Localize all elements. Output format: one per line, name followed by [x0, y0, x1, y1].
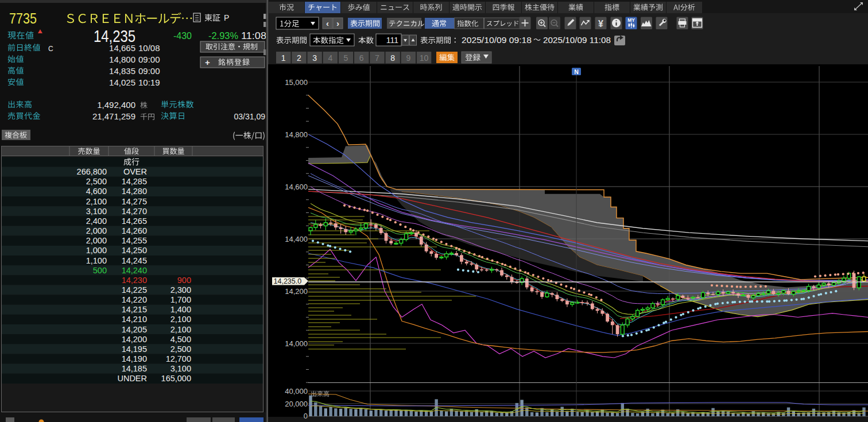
svg-text:1,400: 1,400 — [170, 305, 191, 314]
svg-text:2025/10/09 11:08: 2025/10/09 11:08 — [543, 36, 611, 45]
svg-text:10:19: 10:19 — [138, 78, 160, 87]
svg-text:1: 1 — [281, 53, 286, 63]
svg-text:14,275: 14,275 — [122, 197, 147, 206]
svg-text:3,100: 3,100 — [170, 364, 191, 373]
svg-text:14,210: 14,210 — [122, 315, 147, 324]
svg-text:14,230: 14,230 — [122, 276, 147, 285]
svg-text:9: 9 — [406, 53, 410, 63]
svg-text:14,200: 14,200 — [122, 335, 147, 344]
svg-text:14,220: 14,220 — [122, 295, 147, 304]
svg-text:11:08: 11:08 — [241, 30, 266, 41]
svg-text:14,835: 14,835 — [109, 66, 135, 76]
svg-text:4,500: 4,500 — [170, 335, 191, 344]
svg-text:14,400: 14,400 — [285, 235, 308, 243]
svg-text:P: P — [224, 13, 229, 22]
svg-text:2,100: 2,100 — [86, 197, 107, 206]
svg-text:2,500: 2,500 — [170, 344, 191, 354]
svg-text:1,492,400: 1,492,400 — [97, 100, 135, 110]
svg-text:N: N — [574, 68, 579, 75]
svg-text:2,100: 2,100 — [170, 315, 191, 324]
svg-text:14,600: 14,600 — [285, 183, 308, 191]
svg-text:1,700: 1,700 — [170, 295, 191, 304]
svg-text:2,100: 2,100 — [170, 325, 191, 334]
svg-text:14,245: 14,245 — [122, 256, 147, 265]
svg-text:‹: ‹ — [326, 18, 329, 28]
svg-text:14,285: 14,285 — [122, 177, 147, 186]
svg-text:14,235.0: 14,235.0 — [274, 277, 302, 285]
svg-text:500: 500 — [93, 266, 107, 275]
svg-text:4: 4 — [328, 53, 332, 63]
svg-text:1,000: 1,000 — [86, 246, 107, 255]
svg-text:14,200: 14,200 — [285, 287, 308, 296]
svg-text:14,280: 14,280 — [122, 187, 147, 196]
svg-text:›: › — [336, 18, 339, 28]
svg-text:266,800: 266,800 — [77, 167, 107, 176]
svg-text:2,000: 2,000 — [86, 236, 107, 245]
svg-text:2,500: 2,500 — [86, 177, 107, 186]
svg-text:5: 5 — [344, 53, 348, 63]
svg-text:165,000: 165,000 — [161, 374, 191, 383]
svg-text:900: 900 — [177, 276, 191, 285]
svg-text:12,700: 12,700 — [166, 354, 191, 363]
svg-text:OVER: OVER — [123, 167, 147, 176]
svg-text:14,205: 14,205 — [122, 325, 147, 334]
svg-text:2,000: 2,000 — [86, 226, 107, 235]
svg-text:14,255: 14,255 — [122, 236, 147, 245]
svg-text:0: 0 — [304, 412, 308, 420]
svg-text:10: 10 — [420, 53, 429, 63]
svg-text:14,025: 14,025 — [109, 78, 135, 87]
svg-text:111: 111 — [386, 36, 398, 45]
svg-text:4,600: 4,600 — [86, 187, 107, 196]
svg-text:UNDER: UNDER — [117, 374, 147, 383]
svg-text:8: 8 — [390, 53, 395, 63]
svg-text:21,471,259: 21,471,259 — [92, 111, 135, 121]
svg-text:-430: -430 — [173, 30, 192, 41]
svg-text:20,000: 20,000 — [285, 400, 308, 408]
svg-text:2: 2 — [297, 53, 301, 63]
svg-text:C: C — [48, 45, 53, 53]
svg-text:14,250: 14,250 — [122, 246, 147, 255]
svg-text:7: 7 — [375, 53, 379, 63]
svg-text:09:00: 09:00 — [138, 55, 160, 64]
svg-text:40,000: 40,000 — [285, 387, 308, 396]
svg-text:2,400: 2,400 — [86, 216, 107, 226]
svg-text:7735: 7735 — [9, 10, 37, 27]
svg-text:14,000: 14,000 — [285, 339, 308, 348]
svg-text:14,240: 14,240 — [122, 266, 147, 275]
svg-text:10/08: 10/08 — [138, 43, 160, 53]
svg-text:03/31,09: 03/31,09 — [234, 112, 266, 121]
svg-text:3: 3 — [312, 53, 317, 63]
svg-text:14,265: 14,265 — [122, 216, 147, 226]
svg-text:3,100: 3,100 — [86, 207, 107, 216]
svg-text:2,300: 2,300 — [170, 285, 191, 295]
svg-text:14,215: 14,215 — [122, 305, 147, 314]
svg-text:+: + — [205, 57, 210, 67]
svg-text:15,000: 15,000 — [285, 78, 308, 87]
svg-text:14,800: 14,800 — [109, 55, 135, 64]
svg-text:14,190: 14,190 — [122, 354, 147, 363]
svg-text:1,100: 1,100 — [86, 256, 107, 265]
svg-text:2025/10/09 09:18: 2025/10/09 09:18 — [462, 36, 532, 45]
svg-text:14,195: 14,195 — [122, 344, 147, 354]
svg-text:14,800: 14,800 — [285, 130, 308, 139]
svg-text:¥: ¥ — [598, 19, 603, 29]
svg-text:14,225: 14,225 — [122, 285, 147, 295]
svg-text:14,185: 14,185 — [122, 364, 147, 373]
svg-text:6: 6 — [359, 53, 364, 63]
svg-text:14,270: 14,270 — [122, 207, 147, 216]
svg-text:-2.93%: -2.93% — [208, 30, 238, 41]
svg-text:14,260: 14,260 — [122, 226, 147, 235]
svg-text:14,665: 14,665 — [109, 43, 135, 53]
svg-text:09:00: 09:00 — [138, 66, 160, 76]
svg-text:MY: MY — [627, 17, 635, 23]
